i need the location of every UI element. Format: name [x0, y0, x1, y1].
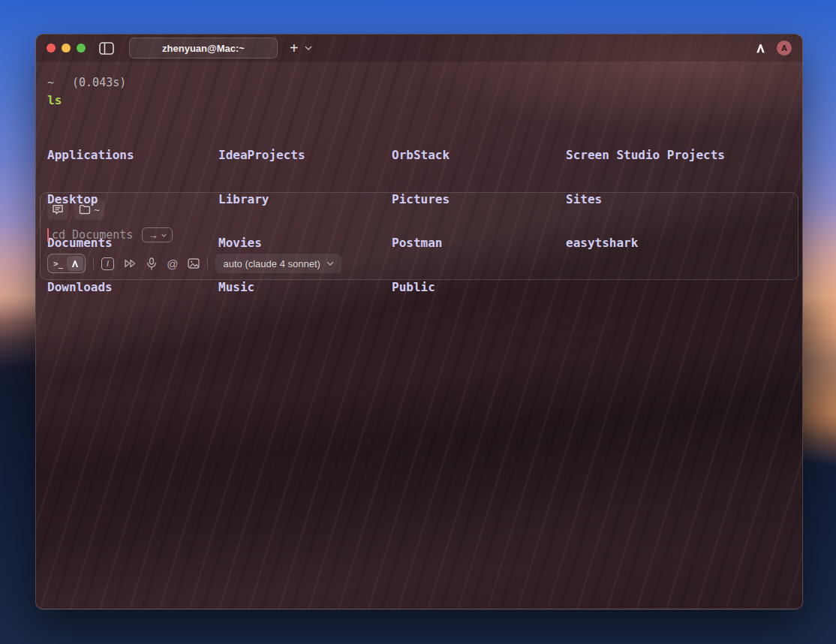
- listing-item: OrbStack: [392, 148, 479, 163]
- working-directory-button[interactable]: ~: [74, 199, 104, 220]
- ls-output: Applications Desktop Documents Downloads…: [47, 119, 790, 180]
- input-mode-toggle[interactable]: >_: [47, 254, 86, 273]
- window-titlebar[interactable]: zhenyuan@Mac:~ + A: [36, 35, 802, 62]
- image-icon: [188, 258, 200, 269]
- sidebar-toggle-icon: [99, 42, 114, 55]
- feedback-comment-button[interactable]: [47, 199, 68, 220]
- close-window-button[interactable]: [47, 44, 56, 53]
- prompt-line: ~(0.043s): [47, 76, 790, 90]
- input-toolbar: >_ /: [47, 253, 341, 274]
- command-text: ls: [47, 93, 790, 108]
- listing-item: Music: [218, 280, 305, 295]
- working-directory-label: ~: [94, 204, 100, 215]
- agent-mode-warp-icon[interactable]: [67, 256, 83, 271]
- input-block-header: ~: [47, 199, 104, 220]
- suggestion-options-chevron-icon: [161, 233, 167, 237]
- input-line[interactable]: cd Documents →: [47, 226, 173, 244]
- folder-icon: [79, 204, 91, 215]
- mention-context-button[interactable]: @: [167, 257, 178, 270]
- listing-item: Public: [392, 280, 479, 295]
- slash-commands-button[interactable]: /: [101, 257, 114, 270]
- warp-logo-icon[interactable]: [755, 42, 766, 55]
- sidebar-toggle-button[interactable]: [99, 42, 114, 55]
- model-selector-value: auto (claude 4 sonnet): [223, 258, 320, 269]
- toolbar-icon-group: /: [101, 257, 200, 270]
- fast-forward-icon: [124, 258, 137, 269]
- tab-zhenyuan-mac[interactable]: zhenyuan@Mac:~: [129, 38, 278, 59]
- new-tab-options-chevron-icon[interactable]: [305, 46, 312, 50]
- toolbar-divider: [93, 257, 94, 269]
- listing-item: IdeaProjects: [218, 148, 305, 163]
- comment-bubble-icon: [52, 203, 64, 215]
- tab-title: zhenyuan@Mac:~: [162, 43, 245, 54]
- command-output-block[interactable]: ~(0.043s) ls Applications Desktop Docume…: [47, 76, 790, 180]
- new-tab-button[interactable]: +: [288, 41, 300, 56]
- toolbar-divider: [207, 257, 208, 269]
- accept-suggestion-button[interactable]: →: [142, 227, 173, 242]
- at-sign-icon: @: [167, 257, 178, 270]
- enter-arrow-icon: →: [148, 230, 158, 241]
- traffic-lights: [47, 44, 86, 53]
- zoom-window-button[interactable]: [77, 44, 86, 53]
- desktop-wallpaper: zhenyuan@Mac:~ + A ~(0.043s) ls: [0, 0, 836, 644]
- model-selector-dropdown[interactable]: auto (claude 4 sonnet): [215, 254, 341, 273]
- listing-item: Screen Studio Projects: [566, 148, 725, 163]
- command-suggestion-text: cd Documents: [52, 228, 133, 242]
- text-cursor: [47, 228, 49, 242]
- fast-forward-button[interactable]: [124, 258, 137, 269]
- terminal-content: ~(0.043s) ls Applications Desktop Docume…: [36, 62, 802, 609]
- attach-image-button[interactable]: [188, 258, 200, 269]
- terminal-mode-icon[interactable]: >_: [50, 256, 67, 271]
- prompt-path: ~: [47, 76, 54, 89]
- model-selector-chevron-icon: [326, 261, 334, 266]
- avatar-letter: A: [781, 44, 787, 53]
- command-input-block[interactable]: ~ cd Documents → >_: [40, 192, 798, 280]
- minimize-window-button[interactable]: [62, 44, 71, 53]
- prompt-duration: (0.043s): [72, 76, 126, 89]
- listing-item: Downloads: [47, 280, 134, 295]
- listing-item: Applications: [47, 148, 134, 163]
- terminal-window: zhenyuan@Mac:~ + A ~(0.043s) ls: [35, 34, 803, 609]
- user-avatar[interactable]: A: [777, 41, 792, 56]
- microphone-icon: [146, 257, 157, 270]
- dictation-button[interactable]: [146, 257, 157, 270]
- slash-icon: /: [101, 257, 114, 270]
